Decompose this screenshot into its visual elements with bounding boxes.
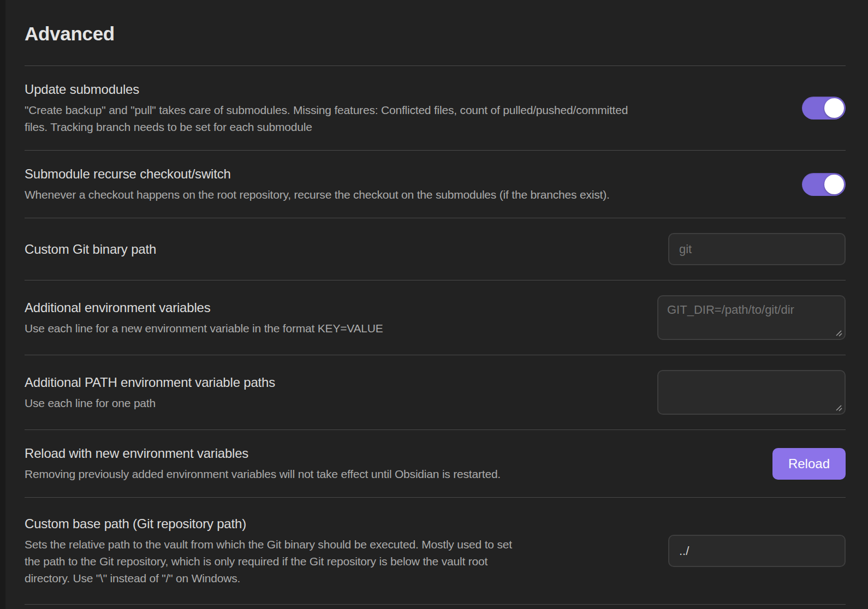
setting-control: [657, 370, 846, 415]
setting-name: Update submodules: [25, 81, 786, 98]
git-binary-path-input[interactable]: [668, 233, 846, 265]
setting-row-next-partial: [25, 604, 846, 609]
setting-info: Additional PATH environment variable pat…: [25, 374, 641, 411]
setting-control: [657, 295, 846, 340]
path-variables-textarea[interactable]: [657, 370, 846, 415]
setting-info: Submodule recurse checkout/switch Whenev…: [25, 165, 786, 203]
setting-info: Update submodules "Create backup" and "p…: [25, 81, 786, 135]
setting-row-submodule-recurse: Submodule recurse checkout/switch Whenev…: [25, 150, 846, 218]
setting-description: Use each line for one path: [25, 395, 641, 411]
setting-row-env-variables: Additional environment variables Use eac…: [25, 280, 846, 355]
path-variables-field: [657, 370, 846, 415]
env-variables-field: [657, 295, 846, 340]
setting-control: [668, 233, 846, 265]
submodule-recurse-toggle[interactable]: [802, 173, 846, 196]
env-variables-textarea[interactable]: [657, 295, 846, 340]
update-submodules-toggle[interactable]: [802, 97, 846, 120]
toggle-knob: [824, 98, 844, 118]
setting-info: Custom Git binary path: [25, 241, 652, 258]
setting-row-custom-base-path: Custom base path (Git repository path) S…: [25, 497, 846, 604]
custom-base-path-input[interactable]: [668, 535, 846, 567]
setting-name: Submodule recurse checkout/switch: [25, 165, 786, 183]
setting-description: Sets the relative path to the vault from…: [25, 536, 652, 587]
setting-description: "Create backup" and "pull" takes care of…: [25, 101, 786, 135]
window-edge: [0, 0, 5, 609]
setting-info: Additional environment variables Use eac…: [25, 299, 641, 337]
toggle-knob: [824, 175, 844, 194]
setting-name: Additional environment variables: [25, 299, 641, 317]
setting-row-path-variables: Additional PATH environment variable pat…: [25, 355, 846, 429]
setting-row-update-submodules: Update submodules "Create backup" and "p…: [25, 65, 846, 150]
setting-info: Reload with new environment variables Re…: [25, 445, 756, 482]
settings-page: Advanced Update submodules "Create backu…: [0, 23, 868, 609]
setting-name: Custom Git binary path: [25, 241, 652, 258]
setting-description: Whenever a checkout happens on the root …: [25, 186, 786, 203]
page-title: Advanced: [25, 23, 846, 45]
setting-name: Reload with new environment variables: [25, 445, 756, 462]
setting-control: [802, 173, 846, 196]
setting-control: [802, 97, 846, 120]
setting-row-reload-env: Reload with new environment variables Re…: [25, 429, 846, 497]
setting-control: [668, 535, 846, 567]
setting-name: Custom base path (Git repository path): [25, 515, 652, 533]
setting-control: Reload: [772, 448, 846, 480]
setting-row-git-binary-path: Custom Git binary path: [25, 218, 846, 280]
setting-info: Custom base path (Git repository path) S…: [25, 515, 652, 587]
reload-button[interactable]: Reload: [772, 448, 846, 480]
setting-name: Additional PATH environment variable pat…: [25, 374, 641, 391]
setting-description: Use each line for a new environment vari…: [25, 320, 641, 337]
setting-description: Removing previously added environment va…: [25, 465, 756, 482]
